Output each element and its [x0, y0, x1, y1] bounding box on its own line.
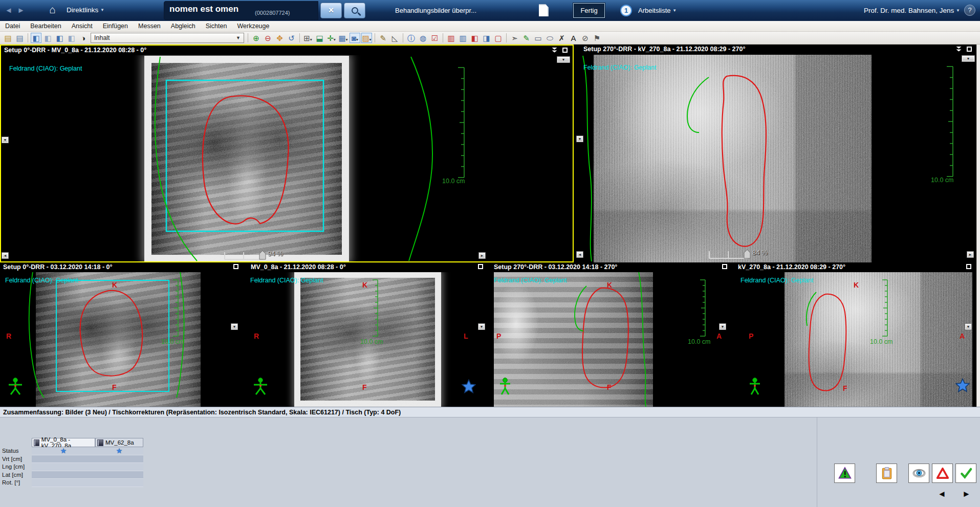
menu-datei[interactable]: Datei [0, 21, 25, 32]
prev-page-button[interactable]: ◄ [938, 489, 946, 499]
scroll-down-button[interactable]: ▼ [2, 137, 9, 143]
clear-search-button[interactable]: × [320, 3, 342, 18]
maximize-icon[interactable] [722, 264, 727, 269]
viewport-setup270-blend[interactable]: Setup 270°-DRR - kV_270_8a - 21.12.2020 … [575, 45, 977, 262]
fit-image-icon[interactable]: ⬓ [314, 33, 325, 43]
viewport-drr-0[interactable]: Setup 0°-DRR - 03.12.2020 14:18 - 0° Fel… [0, 262, 244, 407]
maximize-icon[interactable] [967, 47, 972, 52]
invert-icon[interactable]: ◑ [78, 33, 89, 43]
table-cell[interactable] [95, 471, 143, 479]
viewport-setup0-blend[interactable]: Setup 0°-DRR - MV_0_8a - 21.12.2020 08:2… [0, 45, 574, 262]
menu-sichten[interactable]: Sichten [201, 21, 232, 32]
column-header[interactable]: MV_62_8a [95, 438, 143, 447]
home-icon[interactable]: ⌂ [49, 4, 56, 16]
reset-view-icon[interactable]: ↺ [286, 33, 297, 43]
viewport-header[interactable]: kV_270_8a - 21.12.2020 08:29 - 270° [733, 262, 976, 272]
info-icon[interactable]: ⓘ [406, 33, 417, 43]
user-menu[interactable]: Prof. Dr. med. Bahnsen, Jens ▼ [864, 7, 960, 14]
viewport-header[interactable]: Setup 270°-DRR - kV_270_8a - 21.12.2020 … [575, 45, 977, 54]
warning-button[interactable] [834, 464, 855, 483]
reject-button[interactable] [932, 464, 953, 483]
forward-arrow-icon[interactable]: ► [15, 5, 27, 16]
scroll-down-button[interactable]: ▼ [231, 323, 238, 330]
zoom-out-icon[interactable]: ⊖ [263, 33, 273, 43]
next-image-button[interactable]: ► [967, 251, 974, 258]
draw-icon[interactable]: ✎ [521, 33, 532, 43]
worklist-dropdown[interactable]: Arbeitsliste ▼ [638, 7, 677, 14]
table-cell[interactable] [95, 455, 143, 464]
table-cell[interactable]: ★ [95, 447, 143, 455]
globe-icon[interactable]: ◍ [418, 33, 428, 43]
viewport-layout-icon[interactable]: ⊞ [302, 33, 313, 43]
fertig-button[interactable]: Fertig [573, 3, 605, 18]
next-image-button[interactable]: ► [478, 252, 486, 259]
next-page-button[interactable]: ► [962, 489, 971, 499]
clipboard-button[interactable] [876, 464, 897, 483]
cut-icon[interactable]: ✗ [556, 33, 567, 43]
menu-abgleich[interactable]: Abgleich [166, 21, 201, 32]
search-button[interactable] [344, 3, 365, 18]
layout-compare-icon[interactable]: ◧ [42, 33, 53, 43]
prev-image-button[interactable]: ◄ [576, 251, 583, 258]
direktlinks-menu[interactable]: Direktlinks ▼ [67, 6, 104, 14]
maximize-icon[interactable] [966, 264, 971, 269]
flag-tool-icon[interactable]: ⚑ [592, 33, 602, 43]
scroll-down-button[interactable]: ▼ [965, 323, 972, 330]
measure-pencil-icon[interactable]: ✎ [378, 33, 388, 43]
select-arrow-icon[interactable]: ➣ [509, 33, 520, 43]
content-dropdown[interactable]: Inhalt▼ [91, 33, 244, 43]
preset-outline-icon[interactable]: ▢ [493, 33, 504, 43]
menu-einfügen[interactable]: Einfügen [98, 21, 133, 32]
scrollbar[interactable] [976, 32, 980, 407]
table-cell[interactable]: ★ [32, 447, 95, 455]
isocenter-icon[interactable]: ✛ [326, 33, 337, 43]
table-cell[interactable] [32, 455, 95, 464]
histogram-blue-icon[interactable]: ▥ [458, 33, 468, 43]
grid-overlay-icon[interactable]: ▦ [338, 33, 349, 43]
layout-grid-icon[interactable]: ◧ [54, 33, 65, 43]
approve-button[interactable] [955, 464, 976, 483]
viewport-drr-270[interactable]: Setup 270°-DRR - 03.12.2020 14:18 - 270°… [489, 262, 732, 407]
viewport-header[interactable]: Setup 0°-DRR - MV_0_8a - 21.12.2020 08:2… [1, 46, 573, 55]
layout-single-icon[interactable]: ◧ [31, 33, 41, 43]
maximize-icon[interactable] [478, 264, 483, 269]
preset-red-icon[interactable]: ◧ [469, 33, 480, 43]
review-button[interactable] [908, 464, 929, 483]
report-check-icon[interactable]: ☑ [429, 33, 440, 43]
column-header[interactable]: MV_0_8a - kV_270_8a [32, 438, 95, 447]
ellipse-shape-icon[interactable]: ⬭ [545, 33, 555, 43]
measure-angle-icon[interactable]: ◺ [389, 33, 400, 43]
menu-werkzeuge[interactable]: Werkzeuge [232, 21, 274, 32]
viewport-header[interactable]: Setup 0°-DRR - 03.12.2020 14:18 - 0° [0, 262, 244, 272]
table-cell[interactable] [95, 479, 143, 487]
viewport-header[interactable]: Setup 270°-DRR - 03.12.2020 14:18 - 270° [489, 262, 732, 272]
rect-shape-icon[interactable]: ▭ [533, 33, 543, 43]
back-arrow-icon[interactable]: ◄ [3, 5, 14, 16]
viewport-mv0[interactable]: MV_0_8a - 21.12.2020 08:28 - 0° Feldrand… [245, 262, 488, 407]
scroll-down-button[interactable]: ▼ [478, 323, 485, 330]
text-tool-icon[interactable]: A [568, 33, 579, 43]
document-icon[interactable] [539, 4, 549, 16]
menu-bearbeiten[interactable]: Bearbeiten [25, 21, 66, 32]
scroll-down-button[interactable]: ▼ [576, 136, 583, 142]
maximize-icon[interactable] [562, 48, 568, 53]
hide-overlay-icon[interactable]: ⊘ [580, 33, 591, 43]
viewport-kv270[interactable]: kV_270_8a - 21.12.2020 08:29 - 270° Feld… [733, 262, 976, 407]
image-select-dropdown[interactable]: ▼ [557, 56, 570, 63]
image-select-dropdown[interactable]: ▼ [962, 55, 975, 62]
collapse-header-icon[interactable] [955, 46, 962, 52]
table-cell[interactable] [32, 479, 95, 487]
table-cell[interactable] [95, 463, 143, 471]
layout-overlay-icon[interactable]: ◧ [66, 33, 77, 43]
menu-ansicht[interactable]: Ansicht [67, 21, 98, 32]
save-icon[interactable]: ▤ [3, 33, 13, 43]
table-cell[interactable] [32, 463, 95, 471]
histogram-red-icon[interactable]: ▥ [446, 33, 456, 43]
palette-icon[interactable]: ▨ [361, 33, 372, 43]
prev-image-button[interactable]: ◄ [2, 252, 9, 259]
zoom-in-icon[interactable]: ⊕ [251, 33, 262, 43]
pan-icon[interactable]: ✥ [274, 33, 285, 43]
patient-search-field[interactable]: nomen est omen (0002807724) [164, 1, 318, 20]
viewport-header[interactable]: MV_0_8a - 21.12.2020 08:28 - 0° [245, 262, 488, 272]
maximize-icon[interactable] [233, 264, 238, 269]
